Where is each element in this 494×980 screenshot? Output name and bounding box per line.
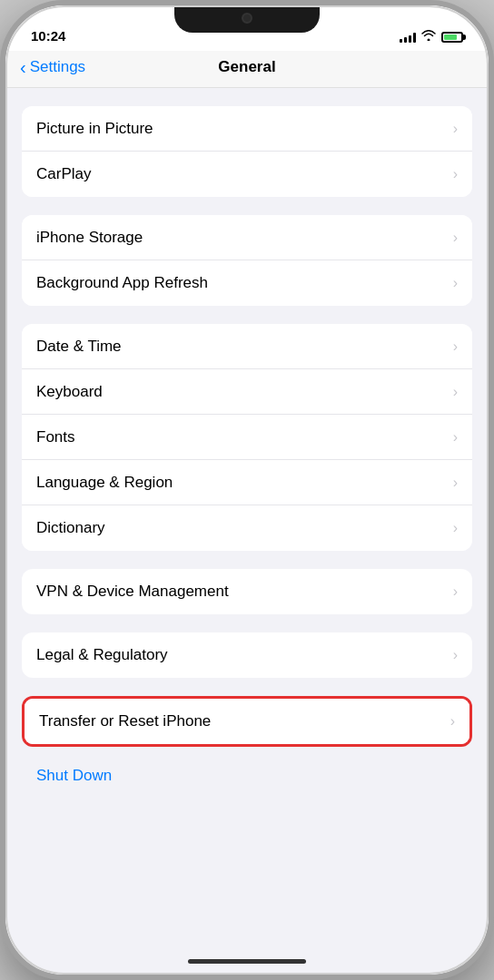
vpn-device-management-label: VPN & Device Management [36,583,229,601]
dictionary-label: Dictionary [36,519,105,537]
home-indicator[interactable] [188,959,306,964]
settings-item-fonts[interactable]: Fonts › [22,415,472,460]
date-time-label: Date & Time [36,338,122,356]
transfer-reset-chevron-icon: › [450,713,455,730]
background-app-refresh-label: Background App Refresh [36,274,208,292]
vpn-device-management-chevron-icon: › [453,583,458,600]
iphone-storage-label: iPhone Storage [36,229,143,247]
back-chevron-icon: ‹ [20,57,26,78]
settings-item-legal-regulatory[interactable]: Legal & Regulatory › [22,632,472,678]
carplay-chevron-icon: › [453,166,458,182]
picture-in-picture-chevron-icon: › [453,121,458,137]
wifi-icon [421,30,436,44]
fonts-label: Fonts [36,428,75,446]
keyboard-chevron-icon: › [453,384,458,400]
battery-icon [441,32,463,43]
legal-regulatory-label: Legal & Regulatory [36,646,168,664]
settings-item-vpn-device-management[interactable]: VPN & Device Management › [22,569,472,614]
transfer-reset-label: Transfer or Reset iPhone [39,712,211,730]
settings-group-5: Legal & Regulatory › [22,632,472,678]
settings-item-language-region[interactable]: Language & Region › [22,460,472,505]
settings-group-3: Date & Time › Keyboard › Fonts › Languag… [22,324,472,551]
status-icons [400,30,463,44]
settings-item-dictionary[interactable]: Dictionary › [22,505,472,551]
language-region-label: Language & Region [36,474,173,492]
settings-item-keyboard[interactable]: Keyboard › [22,369,472,415]
shutdown-group: Shut Down [22,754,472,798]
carplay-label: CarPlay [36,165,91,183]
nav-bar: ‹ Settings General [5,51,489,88]
phone-frame: 10:24 [0,0,494,980]
settings-content: Picture in Picture › CarPlay › iPhone St… [5,88,489,956]
iphone-storage-chevron-icon: › [453,230,458,246]
background-app-refresh-chevron-icon: › [453,275,458,291]
signal-icon [400,32,416,43]
language-region-chevron-icon: › [453,475,458,491]
nav-back-label: Settings [30,58,85,76]
notch [174,5,320,33]
legal-regulatory-chevron-icon: › [453,647,458,663]
settings-item-background-app-refresh[interactable]: Background App Refresh › [22,260,472,306]
date-time-chevron-icon: › [453,338,458,355]
settings-item-carplay[interactable]: CarPlay › [22,152,472,197]
keyboard-label: Keyboard [36,383,103,401]
dictionary-chevron-icon: › [453,520,458,536]
shutdown-label: Shut Down [36,767,112,785]
front-camera [242,13,252,24]
settings-group-2: iPhone Storage › Background App Refresh … [22,215,472,306]
nav-title: General [218,58,275,76]
fonts-chevron-icon: › [453,429,458,446]
settings-item-iphone-storage[interactable]: iPhone Storage › [22,215,472,260]
status-time: 10:24 [31,28,65,44]
transfer-reset-group: Transfer or Reset iPhone › [22,696,472,747]
screen: 10:24 [5,5,489,975]
nav-back-button[interactable]: ‹ Settings [20,57,85,78]
picture-in-picture-label: Picture in Picture [36,120,153,138]
settings-group-4: VPN & Device Management › [22,569,472,614]
settings-group-1: Picture in Picture › CarPlay › [22,106,472,197]
settings-item-picture-in-picture[interactable]: Picture in Picture › [22,106,472,152]
settings-item-transfer-reset[interactable]: Transfer or Reset iPhone › [25,699,469,744]
settings-item-shutdown[interactable]: Shut Down [22,754,472,798]
settings-item-date-time[interactable]: Date & Time › [22,324,472,369]
